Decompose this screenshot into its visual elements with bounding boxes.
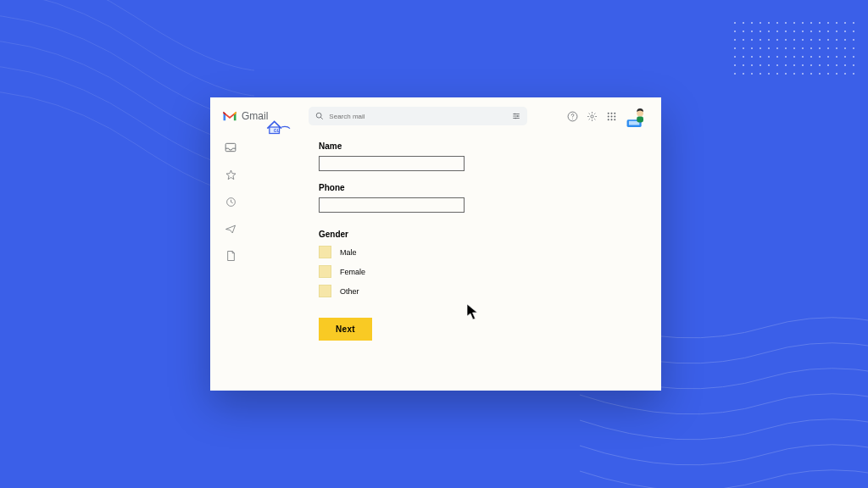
header: Gmail	[210, 97, 661, 135]
gmail-logo: Gmail	[222, 110, 268, 122]
sidebar-starred[interactable]	[225, 169, 236, 180]
tune-icon[interactable]	[512, 112, 520, 120]
avatar[interactable]	[626, 104, 649, 128]
header-actions	[567, 104, 649, 128]
sidebar-sent[interactable]	[225, 223, 236, 235]
svg-point-18	[611, 119, 613, 120]
name-input[interactable]	[319, 156, 465, 171]
svg-point-5	[515, 114, 516, 115]
svg-point-6	[517, 115, 519, 117]
name-label: Name	[319, 141, 661, 151]
snoozed-icon	[225, 197, 236, 208]
drafts-icon	[226, 250, 236, 262]
apps-grid-icon[interactable]	[606, 111, 617, 122]
search-icon	[315, 112, 324, 120]
svg-point-12	[611, 112, 613, 114]
sidebar-inbox[interactable]	[225, 141, 236, 153]
field-name: Name	[319, 141, 661, 171]
sidebar	[210, 135, 251, 391]
sidebar-drafts[interactable]	[225, 250, 236, 262]
gender-option-other[interactable]: Other	[319, 285, 661, 297]
field-phone: Phone	[319, 183, 661, 213]
svg-point-14	[608, 115, 609, 117]
sidebar-snoozed[interactable]	[225, 196, 236, 208]
radio-box-icon	[319, 246, 331, 258]
gender-option-label: Other	[340, 287, 359, 296]
gmail-logo-text: Gmail	[242, 110, 268, 122]
search-bar[interactable]	[309, 107, 527, 125]
svg-point-0	[317, 113, 322, 118]
inbox-icon	[225, 142, 236, 152]
radio-box-icon	[319, 265, 331, 278]
svg-point-19	[614, 119, 615, 120]
search-input[interactable]	[329, 113, 507, 120]
gender-option-label: Female	[340, 268, 365, 276]
svg-point-13	[614, 112, 615, 114]
svg-line-1	[321, 117, 324, 119]
gmail-logo-icon	[222, 110, 237, 122]
svg-point-9	[572, 118, 573, 119]
gmail-window: Gmail	[210, 97, 661, 391]
decorative-dots	[731, 19, 858, 78]
svg-point-16	[614, 115, 615, 117]
gender-option-label: Male	[340, 248, 357, 257]
phone-label: Phone	[319, 183, 661, 192]
starred-icon	[225, 169, 236, 180]
field-gender: Gender Male Female Other	[319, 230, 661, 297]
next-button[interactable]: Next	[319, 318, 372, 341]
help-icon[interactable]	[567, 111, 578, 122]
svg-point-17	[608, 119, 609, 120]
sent-icon	[225, 225, 236, 234]
gender-label: Gender	[319, 230, 661, 239]
svg-rect-23	[637, 116, 643, 122]
main-form: Name Phone Gender Male Female	[251, 135, 661, 391]
svg-point-11	[608, 112, 609, 114]
gear-icon[interactable]	[587, 111, 598, 122]
phone-input[interactable]	[319, 197, 465, 213]
radio-box-icon	[319, 285, 331, 297]
svg-point-10	[591, 114, 593, 117]
svg-point-7	[515, 118, 517, 119]
gender-option-female[interactable]: Female	[319, 265, 661, 278]
body: Name Phone Gender Male Female	[210, 135, 661, 391]
svg-point-15	[611, 115, 613, 117]
gender-option-male[interactable]: Male	[319, 246, 661, 258]
